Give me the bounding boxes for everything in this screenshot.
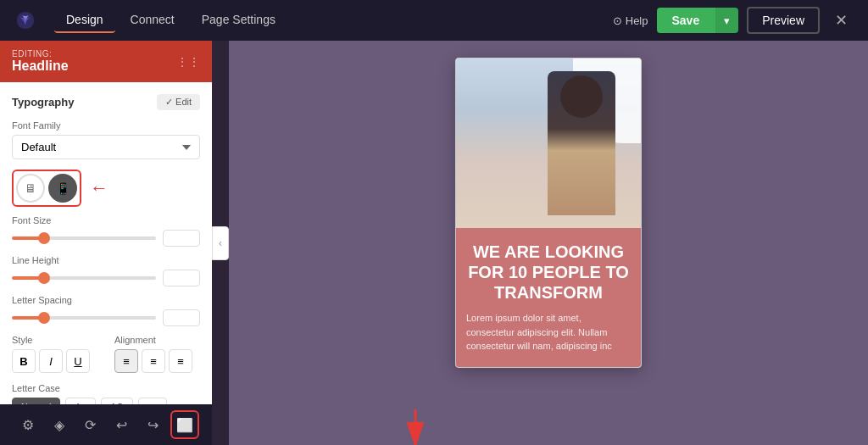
phone-body-text: Lorem ipsum dolor sit amet, consectetur … — [466, 311, 631, 353]
line-height-label: Line Height — [12, 255, 200, 265]
device-view-tool[interactable]: ⬜ — [170, 410, 199, 439]
collapse-sidebar-button[interactable]: ‹ — [212, 226, 229, 260]
canvas-area: WE ARE LOOKING FOR 10 PEOPLE TO TRANSFOR… — [229, 41, 868, 445]
font-family-label: Font Family — [12, 120, 200, 131]
device-icon-group: 🖥 📱 — [12, 170, 81, 207]
font-size-label: Font Size — [12, 215, 200, 225]
case-title-button[interactable]: Ag — [65, 398, 95, 404]
help-label: Help — [626, 14, 648, 27]
bottom-toolbar: ⚙ ◈ ⟳ ↩ ↪ ⬜ — [0, 404, 212, 445]
font-size-slider[interactable] — [12, 236, 156, 240]
editing-label: EDITING: — [12, 49, 69, 58]
letter-spacing-input[interactable] — [163, 309, 200, 326]
style-label: Style — [12, 335, 97, 345]
letter-spacing-row — [12, 309, 200, 326]
preview-button[interactable]: Preview — [747, 7, 820, 34]
align-right-button[interactable]: ≡ — [169, 349, 192, 373]
drag-handle[interactable]: ⋮⋮ — [176, 55, 200, 69]
edit-button[interactable]: ✓ Edit — [157, 94, 200, 110]
letter-spacing-slider[interactable] — [12, 316, 156, 320]
device-view-icon: ⬜ — [176, 417, 193, 433]
typography-section-header: Typography ✓ Edit — [12, 94, 200, 110]
letter-case-section: Letter Case Normal Ag AG ag — [12, 383, 200, 404]
undo-tool[interactable]: ↩ — [108, 410, 136, 439]
case-normal-button[interactable]: Normal — [12, 398, 60, 404]
align-left-button[interactable]: ≡ — [114, 349, 138, 373]
undo-icon: ↩ — [116, 417, 127, 433]
desktop-icon-button[interactable]: 🖥 — [16, 174, 45, 203]
help-icon: ⊙ — [613, 14, 622, 27]
phone-image — [456, 58, 641, 228]
line-height-row — [12, 270, 200, 286]
sidebar: EDITING: Headline ⋮⋮ Typography ✓ Edit F… — [0, 41, 212, 445]
typography-title: Typography — [12, 96, 74, 108]
annotation-arrow-right: ← — [90, 177, 108, 199]
nav-right: ⊙ Help Save ▾ Preview ✕ — [613, 7, 854, 34]
case-upper-button[interactable]: AG — [101, 398, 133, 404]
annotation-arrow-down — [394, 405, 437, 445]
mobile-icon: 📱 — [56, 181, 70, 195]
close-button[interactable]: ✕ — [828, 8, 854, 33]
font-size-section: Font Size — [12, 215, 200, 247]
tab-page-settings[interactable]: Page Settings — [190, 8, 287, 33]
save-dropdown-button[interactable]: ▾ — [715, 8, 738, 33]
help-button[interactable]: ⊙ Help — [613, 14, 648, 27]
history-tool[interactable]: ⟳ — [76, 410, 105, 439]
style-buttons: B I U — [12, 349, 97, 373]
style-alignment-row: Style B I U Alignment ≡ ≡ ≡ — [12, 335, 200, 373]
phone-mockup: WE ARE LOOKING FOR 10 PEOPLE TO TRANSFOR… — [455, 58, 642, 368]
alignment-buttons: ≡ ≡ ≡ — [114, 349, 200, 373]
tab-design[interactable]: Design — [54, 8, 115, 33]
redo-tool[interactable]: ↪ — [139, 410, 168, 439]
layers-icon: ◈ — [54, 417, 64, 433]
app-logo — [14, 8, 37, 32]
save-button-group: Save ▾ — [657, 8, 739, 33]
top-nav: Design Connect Page Settings ⊙ Help Save… — [0, 0, 868, 41]
align-center-button[interactable]: ≡ — [142, 349, 165, 373]
style-col: Style B I U — [12, 335, 97, 373]
tab-connect[interactable]: Connect — [119, 8, 186, 33]
mobile-icon-button[interactable]: 📱 — [48, 174, 77, 203]
nav-tabs: Design Connect Page Settings — [54, 8, 596, 33]
history-icon: ⟳ — [85, 417, 96, 433]
phone-content: WE ARE LOOKING FOR 10 PEOPLE TO TRANSFOR… — [456, 228, 641, 367]
line-height-input[interactable] — [163, 270, 200, 286]
line-height-slider[interactable] — [12, 276, 156, 280]
letter-spacing-section: Letter Spacing — [12, 295, 200, 326]
settings-icon: ⚙ — [22, 417, 34, 433]
font-family-select[interactable]: Default — [12, 135, 200, 159]
phone-headline: WE ARE LOOKING FOR 10 PEOPLE TO TRANSFOR… — [466, 242, 631, 303]
sidebar-header: EDITING: Headline ⋮⋮ — [0, 41, 212, 82]
settings-tool[interactable]: ⚙ — [14, 410, 42, 439]
layers-tool[interactable]: ◈ — [45, 410, 74, 439]
main-area: EDITING: Headline ⋮⋮ Typography ✓ Edit F… — [0, 41, 868, 445]
letter-spacing-label: Letter Spacing — [12, 295, 200, 305]
element-label: Headline — [12, 58, 69, 74]
save-button[interactable]: Save — [657, 8, 715, 33]
font-size-input[interactable] — [163, 230, 200, 247]
redo-icon: ↪ — [147, 417, 159, 433]
letter-case-buttons: Normal Ag AG ag — [12, 398, 200, 404]
sidebar-content: Typography ✓ Edit Font Family Default 🖥 … — [0, 82, 212, 404]
letter-case-label: Letter Case — [12, 383, 200, 393]
bold-button[interactable]: B — [12, 349, 36, 373]
alignment-col: Alignment ≡ ≡ ≡ — [114, 335, 200, 373]
underline-button[interactable]: U — [66, 349, 90, 373]
editing-info: EDITING: Headline — [12, 49, 69, 74]
case-lower-button[interactable]: ag — [138, 398, 167, 404]
desktop-icon: 🖥 — [25, 181, 36, 195]
italic-button[interactable]: I — [39, 349, 63, 373]
font-size-row — [12, 230, 200, 247]
line-height-section: Line Height — [12, 255, 200, 286]
alignment-label: Alignment — [114, 335, 200, 345]
